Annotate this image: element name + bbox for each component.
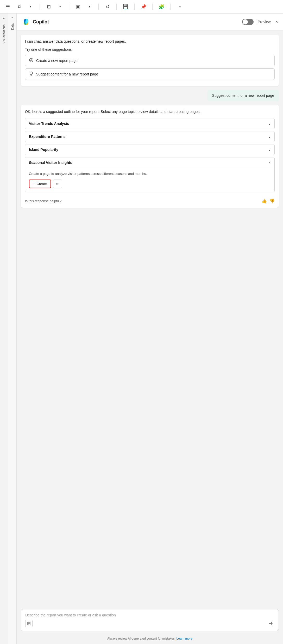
view-icon[interactable]: ⊡ <box>45 3 52 10</box>
user-message-bubble: Suggest content for a new report page <box>207 90 279 101</box>
accordion-header-visitor-trends[interactable]: Visitor Trends Analysis ∨ <box>25 118 274 129</box>
copilot-preview-toggle[interactable] <box>242 19 254 25</box>
toolbar: ☰ ⧉ ▾ ⊡ ▾ ▣ ▾ ↺ 💾 📌 🧩 ··· <box>0 0 283 14</box>
disclaimer-text: Always review AI-generated content for m… <box>107 637 175 640</box>
feedback-row: Is this response helpful? 👍 👎 <box>25 196 275 203</box>
accordion-header-expenditure[interactable]: Expenditure Patterns ∨ <box>25 131 274 142</box>
menu-icon[interactable]: ☰ <box>4 3 11 10</box>
copilot-header: Copilot Preview × <box>17 14 283 30</box>
toolbar-separator-3 <box>98 4 99 10</box>
format-icon[interactable]: ▣ <box>74 3 82 10</box>
main-layout: « Visualizations « Data Copilot Preview … <box>0 14 283 644</box>
toolbar-separator-2 <box>69 4 69 10</box>
island-popularity-title: Island Popularity <box>29 148 58 152</box>
chat-input-box[interactable]: Describe the report you want to create o… <box>21 609 279 631</box>
learn-more-link[interactable]: Learn more <box>177 637 192 640</box>
copilot-preview-label: Preview <box>258 20 271 24</box>
attachment-icon[interactable] <box>25 620 33 627</box>
create-report-suggestion-button[interactable]: Create a new report page <box>25 55 275 66</box>
chart-icon <box>29 58 34 63</box>
ai-outline-bubble: OK, here's a suggested outline for your … <box>21 105 279 208</box>
plus-icon: + <box>33 182 35 186</box>
thumbs-down-icon[interactable]: 👎 <box>269 199 275 203</box>
thumbs-up-icon[interactable]: 👍 <box>262 199 267 203</box>
feedback-text: Is this response helpful? <box>25 199 61 203</box>
svg-rect-2 <box>31 75 32 75</box>
lightbulb-icon <box>29 71 34 77</box>
suggestions-label: Try one of these suggestions: <box>25 47 275 52</box>
copilot-panel: Copilot Preview × I can chat, answer dat… <box>17 14 283 644</box>
accordion-island-popularity: Island Popularity ∨ <box>25 144 275 155</box>
toggle-knob <box>243 19 248 24</box>
visualizations-panel: « Visualizations <box>0 14 8 644</box>
visualizations-chevron[interactable]: « <box>3 17 5 20</box>
accordion-visitor-trends: Visitor Trends Analysis ∨ <box>25 118 275 129</box>
island-chevron-icon: ∨ <box>268 148 271 152</box>
copy-chevron-icon[interactable]: ▾ <box>27 3 34 10</box>
save-icon[interactable]: 💾 <box>122 3 129 10</box>
visitor-trends-title: Visitor Trends Analysis <box>29 122 69 126</box>
format-chevron-icon[interactable]: ▾ <box>86 3 93 10</box>
copy-icon[interactable]: ⧉ <box>16 3 23 10</box>
refresh-icon[interactable]: ↺ <box>104 3 111 10</box>
seasonal-actions: + Create ✏ <box>29 180 271 188</box>
data-panel: « Data <box>8 14 17 644</box>
accordion-seasonal-insights: Seasonal Visitor Insights ∧ Create a pag… <box>25 157 275 192</box>
chat-input-bottom <box>25 620 274 627</box>
sidebar-item-data[interactable]: Data <box>9 20 16 33</box>
view-chevron-icon[interactable]: ▾ <box>56 3 64 10</box>
seasonal-insights-body: Create a page to analyze visitor pattern… <box>25 168 274 192</box>
expenditure-title: Expenditure Patterns <box>29 135 66 139</box>
copilot-logo-icon <box>22 18 30 26</box>
seasonal-description: Create a page to analyze visitor pattern… <box>29 171 271 176</box>
extensions-icon[interactable]: 🧩 <box>158 3 165 10</box>
toolbar-separator-6 <box>152 4 153 10</box>
more-icon[interactable]: ··· <box>176 3 183 10</box>
data-chevron[interactable]: « <box>11 16 13 19</box>
toolbar-separator-4 <box>116 4 117 10</box>
edit-button[interactable]: ✏ <box>53 180 62 188</box>
copilot-title: Copilot <box>33 19 240 25</box>
user-message-text: Suggest content for a new report page <box>212 93 274 98</box>
outline-intro-text: OK, here's a suggested outline for your … <box>25 109 275 114</box>
toolbar-separator-7 <box>170 4 171 10</box>
ai-intro-text: I can chat, answer data questions, or cr… <box>25 39 275 44</box>
sidebar-item-visualizations[interactable]: Visualizations <box>1 21 8 47</box>
accordion-header-island[interactable]: Island Popularity ∨ <box>25 144 274 155</box>
create-page-button[interactable]: + Create <box>29 180 51 188</box>
seasonal-insights-title: Seasonal Visitor Insights <box>29 161 72 165</box>
create-button-label: Create <box>37 182 47 186</box>
chat-content: I can chat, answer data questions, or cr… <box>17 30 283 606</box>
pencil-icon: ✏ <box>56 182 59 186</box>
chat-input-area: Describe the report you want to create o… <box>17 606 283 634</box>
send-button[interactable] <box>267 620 274 627</box>
feedback-icons: 👍 👎 <box>262 199 275 203</box>
accordion-expenditure-patterns: Expenditure Patterns ∨ <box>25 131 275 142</box>
seasonal-chevron-icon: ∧ <box>268 161 271 165</box>
toolbar-separator-1 <box>40 4 40 10</box>
disclaimer: Always review AI-generated content for m… <box>17 634 283 644</box>
copilot-close-button[interactable]: × <box>275 20 278 24</box>
create-report-label: Create a new report page <box>36 59 78 63</box>
expenditure-chevron-icon: ∨ <box>268 135 271 139</box>
suggest-content-label: Suggest content for a new report page <box>36 72 98 76</box>
chat-input-placeholder[interactable]: Describe the report you want to create o… <box>25 613 274 617</box>
toolbar-separator-5 <box>134 4 135 10</box>
ai-intro-bubble: I can chat, answer data questions, or cr… <box>21 35 279 86</box>
chat-spacer <box>21 211 279 227</box>
pin-icon[interactable]: 📌 <box>140 3 147 10</box>
suggest-content-suggestion-button[interactable]: Suggest content for a new report page <box>25 68 275 80</box>
accordion-header-seasonal[interactable]: Seasonal Visitor Insights ∧ <box>25 157 274 168</box>
visitor-trends-chevron-icon: ∨ <box>268 122 271 126</box>
